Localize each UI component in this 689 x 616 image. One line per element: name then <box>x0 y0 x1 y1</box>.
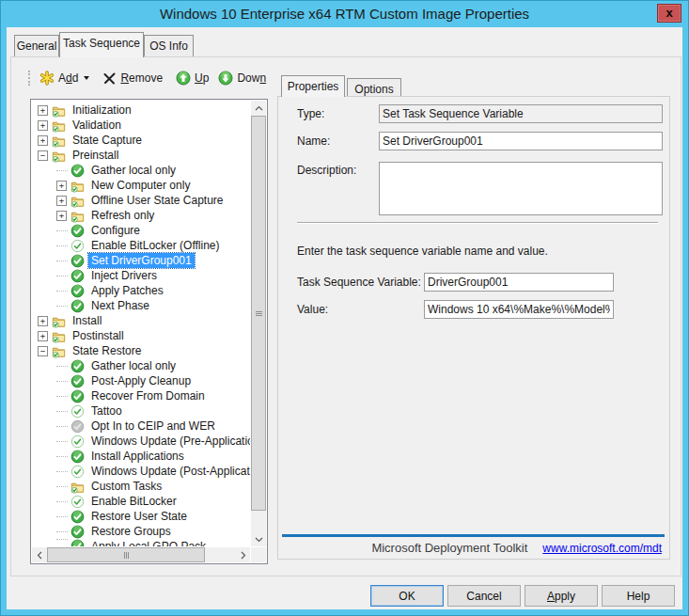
chevron-down-icon <box>84 76 89 80</box>
task-sequence-tree-panel: +Initialization+Validation+State Capture… <box>30 99 268 564</box>
expand-icon[interactable]: + <box>38 331 48 341</box>
tree-connector <box>56 456 68 457</box>
scroll-thumb-grip <box>256 311 262 316</box>
tree-item-label: Recover From Domain <box>88 388 208 403</box>
expand-icon[interactable]: + <box>38 316 48 326</box>
tree-item[interactable]: Inject Drivers <box>32 268 250 283</box>
expand-icon[interactable]: + <box>56 181 67 191</box>
expand-icon[interactable]: + <box>38 120 48 131</box>
tree-item[interactable]: +New Computer only <box>32 178 250 193</box>
green-check-icon <box>70 284 85 298</box>
cancel-button[interactable]: Cancel <box>447 585 521 607</box>
tree-item[interactable]: Next Phase <box>32 298 250 313</box>
tree-item[interactable]: Restore Groups <box>32 524 250 539</box>
horizontal-scroll-thumb[interactable] <box>47 547 205 562</box>
task-tree: +Initialization+Validation+State Capture… <box>32 101 250 546</box>
tsv-input[interactable] <box>424 273 614 292</box>
add-label: Add <box>58 71 78 85</box>
tree-item-label: State Restore <box>70 343 144 358</box>
tree-item[interactable]: Install Applications <box>32 449 250 464</box>
tree-vertical-scrollbar[interactable] <box>251 101 266 546</box>
tree-item[interactable]: +Postinstall <box>32 328 250 343</box>
ok-button[interactable]: OK <box>370 585 444 607</box>
scroll-up-button[interactable] <box>251 101 266 115</box>
tree-item[interactable]: +Validation <box>32 118 250 133</box>
tree-connector <box>56 501 68 502</box>
tree-item[interactable]: Windows Update (Post-Application Ins <box>32 464 250 479</box>
tree-item[interactable]: −Preinstall <box>32 148 250 163</box>
help-button[interactable]: Help <box>602 585 675 607</box>
tree-item[interactable]: Enable BitLocker <box>32 494 250 509</box>
folder-check-icon <box>70 209 85 223</box>
down-arrow-icon <box>218 71 233 86</box>
tree-item[interactable]: Enable BitLocker (Offline) <box>32 238 250 253</box>
mdt-link[interactable]: www.microsoft.com/mdt <box>542 542 662 555</box>
expand-icon[interactable]: + <box>56 211 67 221</box>
toolbar-grip[interactable] <box>28 71 31 86</box>
tree-connector <box>56 539 68 540</box>
close-button[interactable]: x <box>657 4 681 23</box>
expand-icon[interactable]: + <box>38 135 48 146</box>
add-button[interactable]: Add <box>39 71 89 86</box>
tab-options-label: Options <box>354 83 393 96</box>
type-label: Type: <box>297 107 324 120</box>
tree-item[interactable]: Configure <box>32 223 250 238</box>
tree-connector <box>56 381 68 382</box>
value-input[interactable] <box>424 300 614 319</box>
name-label: Name: <box>297 134 330 148</box>
collapse-icon[interactable]: − <box>38 150 48 161</box>
folder-check-icon <box>52 314 66 328</box>
tree-item[interactable]: Gather local only <box>32 163 250 178</box>
tree-item[interactable]: Custom Tasks <box>32 479 250 494</box>
tree-item[interactable]: −State Restore <box>32 343 250 358</box>
green-check-icon <box>70 510 85 524</box>
up-button[interactable]: Up <box>176 71 209 86</box>
remove-button[interactable]: Remove <box>102 71 163 86</box>
tab-general[interactable]: General <box>14 35 59 56</box>
up-label: Up <box>195 71 209 85</box>
scroll-right-button[interactable] <box>236 547 250 562</box>
tree-item[interactable]: Opt In to CEIP and WER <box>32 419 250 434</box>
name-input[interactable] <box>379 132 663 150</box>
scroll-left-button[interactable] <box>32 547 46 562</box>
apply-button[interactable]: Apply <box>525 585 598 607</box>
tree-item-label: State Capture <box>70 133 145 148</box>
tree-item[interactable]: Set DriverGroup001 <box>32 253 250 268</box>
folder-check-icon <box>70 480 85 494</box>
tree-item[interactable]: +Initialization <box>32 103 250 118</box>
tree-item-label: Inject Drivers <box>88 268 160 283</box>
collapse-icon[interactable]: − <box>38 346 48 356</box>
tree-item[interactable]: +Install <box>32 313 250 328</box>
vertical-scroll-thumb[interactable] <box>251 116 266 511</box>
tree-item[interactable]: Restore User State <box>32 509 250 524</box>
mdt-divider <box>282 534 665 537</box>
tree-item[interactable]: +Offline User State Capture <box>32 193 250 208</box>
tree-item-label: Windows Update (Post-Application Ins <box>88 464 250 479</box>
tree-item[interactable]: Post-Apply Cleanup <box>32 373 250 388</box>
tree-item[interactable]: Tattoo <box>32 403 250 419</box>
tree-item[interactable]: +Refresh only <box>32 208 250 223</box>
down-button[interactable]: Down <box>218 71 266 86</box>
tree-connector <box>56 471 68 472</box>
add-star-icon <box>39 71 55 86</box>
folder-check-icon <box>70 194 85 208</box>
tab-os-info[interactable]: OS Info <box>144 35 194 56</box>
tree-item[interactable]: Recover From Domain <box>32 388 250 403</box>
description-input[interactable] <box>379 162 663 215</box>
tree-item[interactable]: Gather local only <box>32 358 250 373</box>
tab-options[interactable]: Options <box>347 78 401 96</box>
value-label: Value: <box>297 303 328 316</box>
tab-task-sequence[interactable]: Task Sequence <box>59 32 144 57</box>
expand-icon[interactable]: + <box>56 196 67 206</box>
tree-item[interactable]: Windows Update (Pre-Application Inst <box>32 434 250 449</box>
tree-item[interactable]: Apply Local GPO Pack <box>32 539 250 546</box>
tree-item[interactable]: +State Capture <box>32 133 250 148</box>
tree-horizontal-scrollbar[interactable] <box>32 547 250 562</box>
instruction-text: Enter the task sequence variable name an… <box>297 245 548 258</box>
green-check-icon <box>70 269 85 283</box>
tab-properties[interactable]: Properties <box>281 75 345 97</box>
scroll-down-button[interactable] <box>251 532 266 546</box>
green-check-icon <box>70 374 85 388</box>
expand-icon[interactable]: + <box>38 105 48 116</box>
tree-item[interactable]: Apply Patches <box>32 283 250 298</box>
